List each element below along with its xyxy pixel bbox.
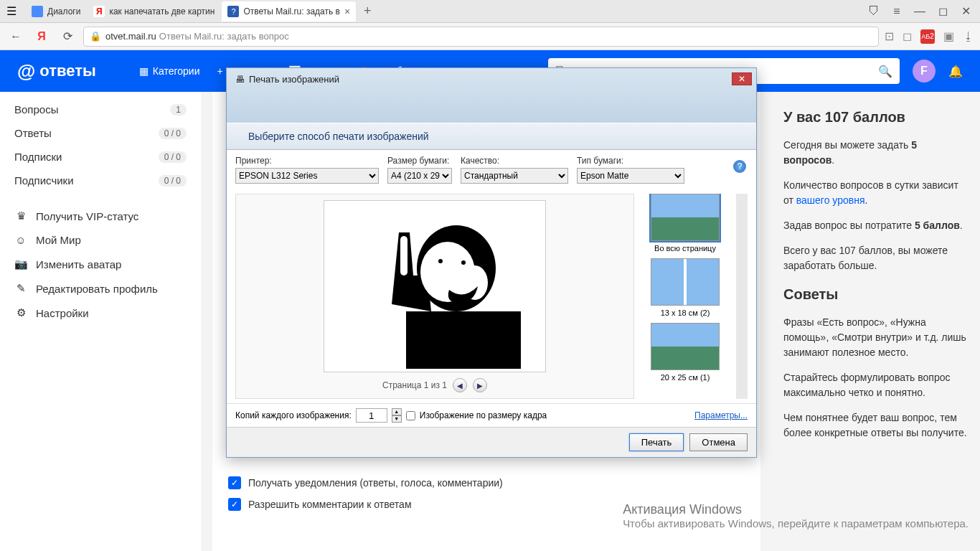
logo[interactable]: @ответы bbox=[17, 60, 96, 83]
sidebar-item-edit[interactable]: ✎Редактировать профиль bbox=[0, 276, 201, 301]
tab-title: как напечатать две картин bbox=[109, 6, 215, 17]
fit-label: Изображение по размеру кадра bbox=[420, 410, 547, 420]
sidebar-toggle-icon[interactable]: ☰ bbox=[3, 3, 20, 20]
minimize-button[interactable]: — bbox=[908, 3, 931, 20]
tips-title: Советы bbox=[783, 283, 969, 305]
menu-icon[interactable]: ≡ bbox=[885, 3, 908, 20]
sidebar-item-answers[interactable]: Ответы0 / 0 bbox=[0, 121, 201, 145]
check-label: Получать уведомления (ответы, голоса, ко… bbox=[248, 477, 503, 489]
dialog-footer-options: Копий каждого изображения: ▲▼ Изображени… bbox=[227, 403, 756, 427]
checkbox-icon: ✓ bbox=[228, 498, 241, 511]
favicon-icon: ? bbox=[227, 6, 239, 17]
sidebar-item-settings[interactable]: ⚙Настройки bbox=[0, 301, 201, 325]
dialog-titlebar: ✕ 🖶Печать изображений bbox=[227, 68, 756, 123]
url-domain: otvet.mail.ru bbox=[105, 31, 156, 42]
thumb-fullpage[interactable]: Во всю страницу bbox=[640, 194, 730, 253]
svg-point-7 bbox=[438, 259, 443, 263]
points-p2: Количество вопросов в сутки зависит от в… bbox=[783, 178, 969, 208]
thumb-label: 13 x 18 см (2) bbox=[640, 309, 730, 317]
pager-text: Страница 1 из 1 bbox=[382, 380, 447, 390]
check-notifications[interactable]: ✓ Получать уведомления (ответы, голоса, … bbox=[228, 472, 503, 494]
tab-title: Ответы Mail.ru: задать в bbox=[243, 6, 340, 17]
close-icon[interactable]: × bbox=[344, 6, 350, 17]
pager-next-button[interactable]: ▶ bbox=[473, 378, 487, 392]
svg-rect-1 bbox=[406, 311, 521, 369]
thumb-13x18[interactable]: 13 x 18 см (2) bbox=[640, 258, 730, 317]
dialog-footer-buttons: Печать Отмена bbox=[227, 427, 756, 457]
new-tab-button[interactable]: + bbox=[357, 4, 377, 19]
url-input[interactable]: 🔒 otvet.mail.ru Ответы Mail.ru: задать в… bbox=[83, 27, 879, 47]
cancel-button[interactable]: Отмена bbox=[689, 433, 748, 451]
maximize-button[interactable]: ◻ bbox=[931, 3, 954, 20]
sidebar-item-vip[interactable]: ♛Получить VIP-статус bbox=[0, 204, 201, 228]
yandex-button[interactable]: Я bbox=[32, 27, 52, 47]
paper-type-select[interactable]: Epson Matte bbox=[577, 168, 684, 184]
sidebar-item-avatar[interactable]: 📷Изменить аватар bbox=[0, 252, 201, 276]
at-icon: @ bbox=[17, 60, 35, 83]
plus-icon: + bbox=[217, 65, 222, 77]
badge: 0 / 0 bbox=[159, 151, 187, 163]
svg-point-8 bbox=[461, 260, 466, 265]
nav-categories[interactable]: ▦Категории bbox=[139, 65, 200, 77]
paper-size-select[interactable]: A4 (210 x 297 bbox=[387, 168, 452, 184]
bookmark-icon[interactable]: ◻ bbox=[903, 29, 912, 43]
preview-illustration bbox=[334, 204, 535, 369]
browser-titlebar: ☰ Диалоги Я как напечатать две картин ? … bbox=[0, 0, 980, 23]
copies-input[interactable] bbox=[356, 408, 387, 423]
copies-label: Копий каждого изображения: bbox=[235, 410, 352, 420]
window-controls: ⛉ ≡ — ◻ ✕ bbox=[862, 3, 977, 20]
level-link[interactable]: вашего уровня bbox=[796, 194, 865, 206]
browser-tabs: Диалоги Я как напечатать две картин ? От… bbox=[26, 0, 862, 22]
dialog-subtitle: Выберите способ печати изображений bbox=[227, 123, 756, 150]
reader-icon[interactable]: ⊡ bbox=[885, 29, 894, 43]
thumb-20x25[interactable]: 20 x 25 см (1) bbox=[640, 323, 730, 382]
preview-area: Страница 1 из 1 ◀ ▶ Во всю страницу 13 x… bbox=[227, 189, 756, 403]
sidebar-item-subscriptions[interactable]: Подписки0 / 0 bbox=[0, 145, 201, 169]
printer-select[interactable]: EPSON L312 Series bbox=[235, 168, 379, 184]
help-icon[interactable]: ? bbox=[733, 160, 746, 173]
tab-mailru[interactable]: ? Ответы Mail.ru: задать в × bbox=[222, 1, 356, 22]
protect-icon[interactable]: ▣ bbox=[943, 29, 954, 43]
download-icon[interactable]: ⭳ bbox=[963, 30, 974, 43]
bell-icon[interactable]: 🔔 bbox=[948, 65, 963, 78]
crown-icon: ♛ bbox=[14, 209, 27, 222]
sidebar-item-questions[interactable]: Вопросы1 bbox=[0, 98, 201, 121]
pager-prev-button[interactable]: ◀ bbox=[453, 378, 467, 392]
thumb-image bbox=[651, 323, 720, 370]
tab-yandex[interactable]: Я как напечатать две картин bbox=[88, 1, 220, 22]
person-icon: ☺ bbox=[14, 234, 27, 246]
thumbs-scrollbar[interactable] bbox=[736, 194, 748, 399]
bookmarks-icon[interactable]: ⛉ bbox=[862, 3, 885, 20]
reload-button[interactable]: ⟳ bbox=[57, 27, 77, 47]
params-link[interactable]: Параметры... bbox=[694, 410, 748, 420]
badge: 0 / 0 bbox=[159, 128, 187, 139]
badge: 0 / 0 bbox=[159, 175, 187, 187]
dialog-title: 🖶Печать изображений bbox=[235, 74, 748, 85]
edit-icon: ✎ bbox=[14, 282, 27, 295]
avatar[interactable]: F bbox=[913, 60, 936, 83]
list-icon: ▦ bbox=[139, 65, 149, 77]
paper-type-label: Тип бумаги: bbox=[577, 156, 684, 166]
tip-3: Чем понятнее будет ваш вопрос, тем более… bbox=[783, 410, 969, 441]
print-icon: 🖶 bbox=[235, 74, 245, 85]
sidebar-item-subscribers[interactable]: Подписчики0 / 0 bbox=[0, 169, 201, 192]
extension-badge[interactable]: АБ2 bbox=[920, 29, 935, 44]
gear-icon: ⚙ bbox=[14, 306, 27, 319]
print-button[interactable]: Печать bbox=[629, 433, 684, 451]
check-comments[interactable]: ✓ Разрешить комментарии к ответам bbox=[228, 494, 503, 515]
thumb-image bbox=[651, 194, 720, 241]
copies-spinner[interactable]: ▲▼ bbox=[392, 408, 402, 423]
favicon-icon bbox=[32, 6, 43, 17]
tab-dialogs[interactable]: Диалоги bbox=[26, 1, 86, 22]
fit-checkbox[interactable] bbox=[406, 411, 415, 420]
check-label: Разрешить комментарии к ответам bbox=[248, 499, 412, 510]
dialog-close-button[interactable]: ✕ bbox=[732, 72, 752, 85]
sidebar-item-moimir[interactable]: ☺Мой Мир bbox=[0, 228, 201, 252]
lock-icon: 🔒 bbox=[90, 31, 101, 42]
quality-select[interactable]: Стандартный bbox=[461, 168, 568, 184]
window-close-button[interactable]: ✕ bbox=[954, 3, 977, 20]
address-bar: ← Я ⟳ 🔒 otvet.mail.ru Ответы Mail.ru: за… bbox=[0, 23, 980, 50]
back-button[interactable]: ← bbox=[6, 27, 26, 47]
printer-label: Принтер: bbox=[235, 156, 379, 166]
search-icon[interactable]: 🔍 bbox=[878, 65, 892, 78]
